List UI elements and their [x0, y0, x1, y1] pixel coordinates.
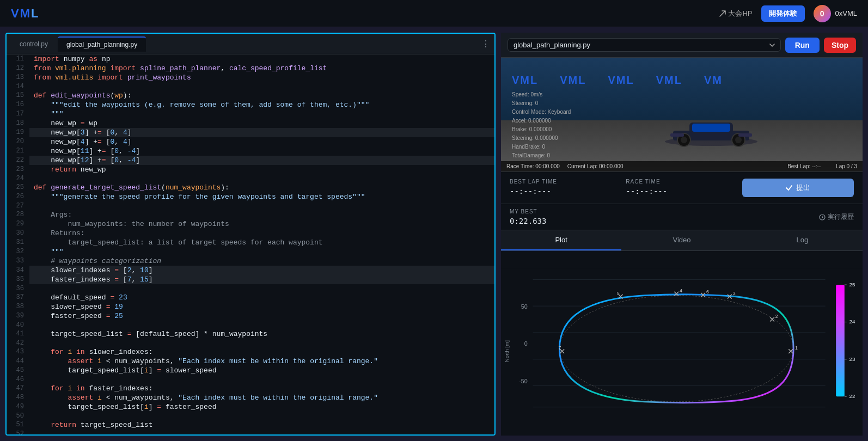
video-background: VML VML VML VML VM: [501, 58, 863, 171]
table-row: 29 num_waypoints: the number of waypoint…: [7, 219, 494, 229]
username: 0xVML: [835, 9, 857, 17]
race-time-block: RACE TIME --:--:---: [626, 179, 737, 195]
editor-tab-bar: control.py global_path_planning.py ⋮: [7, 34, 494, 54]
svg-text:25: 25: [849, 281, 855, 287]
svg-rect-3: [692, 124, 730, 132]
user-menu[interactable]: 0 0xVML: [814, 5, 857, 22]
table-row: 21 new_wp[11] += [0, -4]: [7, 146, 494, 156]
history-icon: [819, 214, 826, 220]
svg-point-7: [735, 137, 742, 143]
table-row: 51 return target_speed_list: [7, 420, 494, 430]
tab-global-path-planning[interactable]: global_path_planning.py: [58, 36, 146, 52]
svg-text:1: 1: [795, 345, 798, 351]
tab-log[interactable]: Log: [742, 230, 863, 250]
table-row: 45 target_speed_list[i] = slower_speed: [7, 366, 494, 375]
svg-rect-9: [738, 133, 752, 137]
dev-button[interactable]: 開発体験: [761, 5, 805, 22]
table-row: 37 default_speed = 23: [7, 293, 494, 302]
submit-icon: [785, 184, 793, 192]
stats-area: BEST LAP TIME --:--:--- RACE TIME --:--:…: [501, 172, 863, 204]
video-overlay-stats: Speed: 0m/s Steering: 0 Control Mode: Ke…: [512, 90, 571, 160]
topnav: VML 大会HP 開発体験 0 0xVML: [0, 0, 868, 27]
run-button[interactable]: Run: [785, 38, 820, 53]
table-row: 20 new_wp[4] += [0, 4]: [7, 137, 494, 146]
best-lap-block: BEST LAP TIME --:--:---: [510, 179, 621, 195]
chevron-down-icon: [769, 44, 775, 47]
submit-block: 提出: [742, 179, 854, 197]
svg-text:North [m]: North [m]: [504, 340, 510, 362]
submit-button[interactable]: 提出: [742, 179, 854, 197]
table-row: 41 target_speed_list = [default_speed] *…: [7, 329, 494, 339]
table-row: 24: [7, 174, 494, 183]
table-row: 44 assert i < num_waypoints, "Each index…: [7, 357, 494, 366]
table-row: 32 """: [7, 247, 494, 256]
logo-area: VML: [11, 7, 39, 21]
table-row: 17 """: [7, 109, 494, 119]
my-best-area: MY BEST 0:22.633 実行履歴: [501, 204, 863, 230]
editor-tabs: control.py global_path_planning.py: [11, 36, 146, 52]
vml-banners: VML VML VML VML VM: [501, 74, 863, 87]
logo: VML: [11, 7, 39, 21]
svg-text:7: 7: [558, 345, 561, 351]
code-table: 11 import numpy as np 12 from vml.planni…: [7, 54, 494, 434]
avatar: 0: [814, 5, 831, 22]
table-row: 49 target_speed_list[i] = faster_speed: [7, 402, 494, 412]
car-silhouette: [662, 117, 760, 150]
table-row: 13 from vml.utils import print_waypoints: [7, 73, 494, 82]
table-row: 11 import numpy as np: [7, 54, 494, 64]
table-row: 31 target_speed_list: a list of target s…: [7, 238, 494, 247]
table-row: 36: [7, 284, 494, 293]
svg-text:2: 2: [775, 314, 778, 319]
tab-control-py[interactable]: control.py: [11, 36, 57, 52]
video-bottom-bar: Race Time: 00:00.000 Current Lap: 00:00.…: [501, 161, 863, 171]
svg-rect-8: [670, 133, 684, 137]
topnav-right: 大会HP 開発体験 0 0xVML: [719, 5, 857, 22]
svg-point-6: [681, 137, 687, 143]
table-row: 33 # waypoints categorization: [7, 256, 494, 266]
svg-text:0: 0: [524, 340, 528, 347]
table-row: 34 slower_indexes = [2, 10]: [7, 266, 494, 275]
external-link-icon: [719, 10, 726, 17]
table-row: 27: [7, 201, 494, 210]
svg-text:5: 5: [617, 291, 620, 296]
table-row: 22 new_wp[12] += [0, -4]: [7, 156, 494, 165]
table-row: 23 return new_wp: [7, 165, 494, 174]
svg-text:24: 24: [849, 318, 855, 324]
plot-chart: 50 0 -50 North [m]: [501, 251, 863, 436]
tab-menu-icon[interactable]: ⋮: [481, 39, 490, 49]
plot-area: 50 0 -50 North [m]: [501, 251, 863, 436]
table-row: 19 new_wp[3] += [0, 4]: [7, 128, 494, 137]
svg-text:23: 23: [849, 356, 855, 362]
history-button[interactable]: 実行履歴: [819, 212, 854, 222]
right-panel: global_path_planning.py Run Stop VML VML…: [501, 33, 863, 436]
table-row: 47 for i in faster_indexes:: [7, 384, 494, 393]
table-row: 16 """edit the waypoints (e.g. remove so…: [7, 100, 494, 109]
code-editor-panel: control.py global_path_planning.py ⋮ 11 …: [5, 33, 496, 436]
table-row: 43 for i in slower_indexes:: [7, 347, 494, 357]
code-area[interactable]: 11 import numpy as np 12 from vml.planni…: [7, 54, 494, 434]
my-best-block: MY BEST 0:22.633: [510, 209, 546, 225]
tab-plot[interactable]: Plot: [501, 230, 621, 250]
table-row: 35 faster_indexes = [7, 15]: [7, 275, 494, 284]
table-row: 18 new_wp = wp: [7, 119, 494, 128]
table-row: 12 from vml.planning import spline_path_…: [7, 64, 494, 73]
table-row: 38 slower_speed = 19: [7, 302, 494, 311]
stop-button[interactable]: Stop: [824, 38, 856, 53]
svg-text:-50: -50: [519, 378, 528, 384]
external-link[interactable]: 大会HP: [719, 9, 752, 19]
table-row: 28 Args:: [7, 210, 494, 219]
svg-text:50: 50: [521, 303, 528, 310]
table-row: 40: [7, 321, 494, 329]
file-selector[interactable]: global_path_planning.py: [508, 38, 781, 52]
svg-rect-44: [836, 285, 845, 396]
svg-text:22: 22: [849, 393, 855, 399]
tab-video[interactable]: Video: [621, 230, 742, 250]
table-row: 25 def generate_target_speed_list(num_wa…: [7, 183, 494, 192]
table-row: 30 Returns:: [7, 229, 494, 238]
svg-text:6: 6: [706, 289, 709, 295]
table-row: 48 assert i < num_waypoints, "Each index…: [7, 393, 494, 402]
table-row: 14: [7, 82, 494, 91]
table-row: 39 faster_speed = 25: [7, 311, 494, 321]
table-row: 42: [7, 339, 494, 347]
main-container: control.py global_path_planning.py ⋮ 11 …: [0, 27, 868, 441]
